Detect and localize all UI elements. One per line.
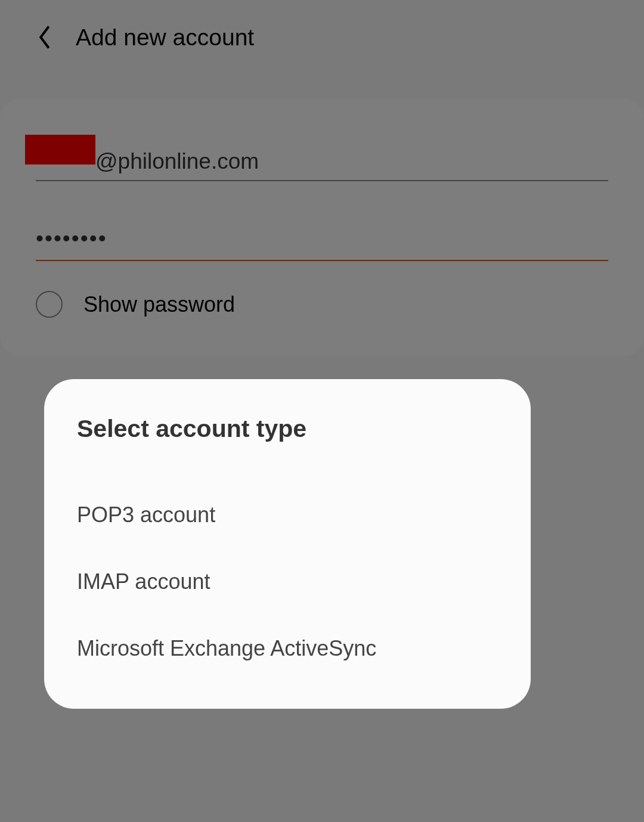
account-type-dialog: Select account type POP3 account IMAP ac… <box>44 379 531 709</box>
option-exchange[interactable]: Microsoft Exchange ActiveSync <box>77 615 498 682</box>
option-imap[interactable]: IMAP account <box>77 548 498 615</box>
dialog-title: Select account type <box>77 415 498 443</box>
option-pop3[interactable]: POP3 account <box>77 482 498 548</box>
